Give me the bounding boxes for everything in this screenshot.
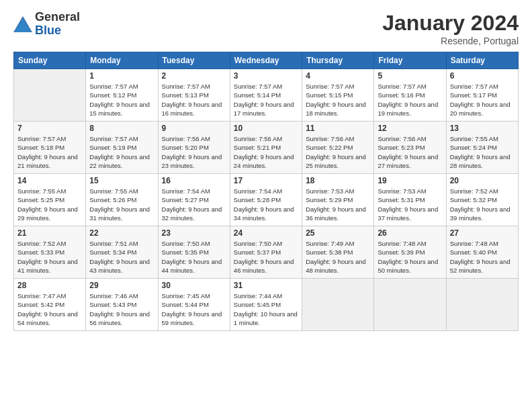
day-detail: Sunrise: 7:57 AMSunset: 5:12 PMDaylight:… [89, 82, 154, 118]
calendar-cell: 19Sunrise: 7:53 AMSunset: 5:31 PMDayligh… [374, 174, 446, 226]
calendar-cell: 21Sunrise: 7:52 AMSunset: 5:33 PMDayligh… [14, 226, 86, 279]
day-number: 7 [17, 124, 82, 133]
svg-marker-1 [15, 19, 31, 32]
logo-text: General Blue [35, 11, 80, 38]
calendar-cell: 2Sunrise: 7:57 AMSunset: 5:13 PMDaylight… [158, 69, 230, 122]
day-detail: Sunrise: 7:56 AMSunset: 5:20 PMDaylight:… [162, 134, 226, 170]
day-detail: Sunrise: 7:57 AMSunset: 5:14 PMDaylight:… [234, 82, 298, 118]
calendar-cell: 18Sunrise: 7:53 AMSunset: 5:29 PMDayligh… [302, 174, 374, 226]
calendar-cell: 5Sunrise: 7:57 AMSunset: 5:16 PMDaylight… [374, 69, 446, 122]
col-monday: Monday [86, 52, 158, 69]
day-detail: Sunrise: 7:48 AMSunset: 5:39 PMDaylight:… [378, 239, 442, 275]
day-number: 13 [450, 124, 515, 133]
day-detail: Sunrise: 7:57 AMSunset: 5:16 PMDaylight:… [378, 82, 442, 118]
calendar-page: General Blue January 2024 Resende, Portu… [0, 0, 532, 411]
day-detail: Sunrise: 7:56 AMSunset: 5:23 PMDaylight:… [378, 134, 442, 170]
day-detail: Sunrise: 7:47 AMSunset: 5:42 PMDaylight:… [17, 291, 82, 327]
calendar-cell: 13Sunrise: 7:55 AMSunset: 5:24 PMDayligh… [446, 122, 518, 174]
day-number: 10 [234, 124, 298, 133]
calendar-cell: 25Sunrise: 7:49 AMSunset: 5:38 PMDayligh… [302, 226, 374, 279]
calendar-header-row: Sunday Monday Tuesday Wednesday Thursday… [14, 52, 519, 69]
calendar-cell: 26Sunrise: 7:48 AMSunset: 5:39 PMDayligh… [374, 226, 446, 279]
day-number: 15 [89, 176, 154, 185]
day-detail: Sunrise: 7:55 AMSunset: 5:24 PMDaylight:… [450, 134, 515, 170]
day-number: 27 [450, 228, 515, 238]
day-number: 19 [378, 176, 442, 185]
day-detail: Sunrise: 7:56 AMSunset: 5:22 PMDaylight:… [306, 134, 370, 170]
day-detail: Sunrise: 7:45 AMSunset: 5:44 PMDaylight:… [162, 291, 226, 327]
calendar-cell: 4Sunrise: 7:57 AMSunset: 5:15 PMDaylight… [302, 69, 374, 122]
day-number: 4 [306, 71, 370, 81]
calendar-cell: 3Sunrise: 7:57 AMSunset: 5:14 PMDaylight… [230, 69, 302, 122]
calendar-cell: 22Sunrise: 7:51 AMSunset: 5:34 PMDayligh… [86, 226, 158, 279]
month-title: January 2024 [382, 11, 519, 36]
col-friday: Friday [374, 52, 446, 69]
day-number: 24 [234, 228, 298, 238]
day-detail: Sunrise: 7:53 AMSunset: 5:29 PMDaylight:… [306, 187, 370, 222]
calendar-cell: 8Sunrise: 7:57 AMSunset: 5:19 PMDaylight… [86, 122, 158, 174]
day-number: 21 [17, 228, 82, 238]
day-number: 17 [234, 176, 298, 185]
col-thursday: Thursday [302, 52, 374, 69]
day-number: 26 [378, 228, 442, 238]
day-number: 8 [89, 124, 154, 133]
calendar-week-row: 1Sunrise: 7:57 AMSunset: 5:12 PMDaylight… [14, 69, 519, 122]
calendar-cell: 7Sunrise: 7:57 AMSunset: 5:18 PMDaylight… [14, 122, 86, 174]
day-detail: Sunrise: 7:52 AMSunset: 5:33 PMDaylight:… [17, 239, 82, 275]
calendar-table: Sunday Monday Tuesday Wednesday Thursday… [13, 52, 519, 331]
day-number: 3 [234, 71, 298, 81]
day-number: 14 [17, 176, 82, 185]
day-number: 9 [162, 124, 226, 133]
day-detail: Sunrise: 7:48 AMSunset: 5:40 PMDaylight:… [450, 239, 515, 275]
calendar-cell: 28Sunrise: 7:47 AMSunset: 5:42 PMDayligh… [14, 279, 86, 331]
day-number: 5 [378, 71, 442, 81]
calendar-week-row: 14Sunrise: 7:55 AMSunset: 5:25 PMDayligh… [14, 174, 519, 226]
day-number: 2 [162, 71, 226, 81]
day-detail: Sunrise: 7:50 AMSunset: 5:37 PMDaylight:… [234, 239, 298, 275]
calendar-cell: 27Sunrise: 7:48 AMSunset: 5:40 PMDayligh… [446, 226, 518, 279]
location-subtitle: Resende, Portugal [382, 36, 519, 46]
calendar-cell [302, 279, 374, 331]
day-number: 11 [306, 124, 370, 133]
day-number: 12 [378, 124, 442, 133]
day-number: 6 [450, 71, 515, 81]
logo-general-label: General [35, 11, 80, 24]
day-number: 1 [89, 71, 154, 81]
day-detail: Sunrise: 7:55 AMSunset: 5:25 PMDaylight:… [17, 187, 82, 222]
calendar-cell [374, 279, 446, 331]
header: General Blue January 2024 Resende, Portu… [13, 11, 519, 46]
day-detail: Sunrise: 7:46 AMSunset: 5:43 PMDaylight:… [89, 291, 154, 327]
calendar-cell: 31Sunrise: 7:44 AMSunset: 5:45 PMDayligh… [230, 279, 302, 331]
calendar-cell: 6Sunrise: 7:57 AMSunset: 5:17 PMDaylight… [446, 69, 518, 122]
day-number: 18 [306, 176, 370, 185]
col-saturday: Saturday [446, 52, 518, 69]
day-number: 25 [306, 228, 370, 238]
calendar-cell: 16Sunrise: 7:54 AMSunset: 5:27 PMDayligh… [158, 174, 230, 226]
day-detail: Sunrise: 7:51 AMSunset: 5:34 PMDaylight:… [89, 239, 154, 275]
day-detail: Sunrise: 7:57 AMSunset: 5:17 PMDaylight:… [450, 82, 515, 118]
day-detail: Sunrise: 7:55 AMSunset: 5:26 PMDaylight:… [89, 187, 154, 222]
day-number: 30 [162, 281, 226, 290]
logo-icon [13, 15, 32, 34]
calendar-cell: 29Sunrise: 7:46 AMSunset: 5:43 PMDayligh… [86, 279, 158, 331]
calendar-cell: 15Sunrise: 7:55 AMSunset: 5:26 PMDayligh… [86, 174, 158, 226]
day-detail: Sunrise: 7:57 AMSunset: 5:18 PMDaylight:… [17, 134, 82, 170]
day-detail: Sunrise: 7:54 AMSunset: 5:28 PMDaylight:… [234, 187, 298, 222]
calendar-week-row: 7Sunrise: 7:57 AMSunset: 5:18 PMDaylight… [14, 122, 519, 174]
day-detail: Sunrise: 7:52 AMSunset: 5:32 PMDaylight:… [450, 187, 515, 222]
calendar-cell [446, 279, 518, 331]
col-sunday: Sunday [14, 52, 86, 69]
calendar-cell: 20Sunrise: 7:52 AMSunset: 5:32 PMDayligh… [446, 174, 518, 226]
calendar-cell: 23Sunrise: 7:50 AMSunset: 5:35 PMDayligh… [158, 226, 230, 279]
calendar-cell: 10Sunrise: 7:56 AMSunset: 5:21 PMDayligh… [230, 122, 302, 174]
logo-blue-label: Blue [35, 24, 80, 38]
day-detail: Sunrise: 7:49 AMSunset: 5:38 PMDaylight:… [306, 239, 370, 275]
col-wednesday: Wednesday [230, 52, 302, 69]
calendar-cell: 30Sunrise: 7:45 AMSunset: 5:44 PMDayligh… [158, 279, 230, 331]
calendar-cell: 9Sunrise: 7:56 AMSunset: 5:20 PMDaylight… [158, 122, 230, 174]
day-detail: Sunrise: 7:44 AMSunset: 5:45 PMDaylight:… [234, 291, 298, 327]
day-detail: Sunrise: 7:53 AMSunset: 5:31 PMDaylight:… [378, 187, 442, 222]
day-number: 28 [17, 281, 82, 290]
col-tuesday: Tuesday [158, 52, 230, 69]
day-number: 22 [89, 228, 154, 238]
